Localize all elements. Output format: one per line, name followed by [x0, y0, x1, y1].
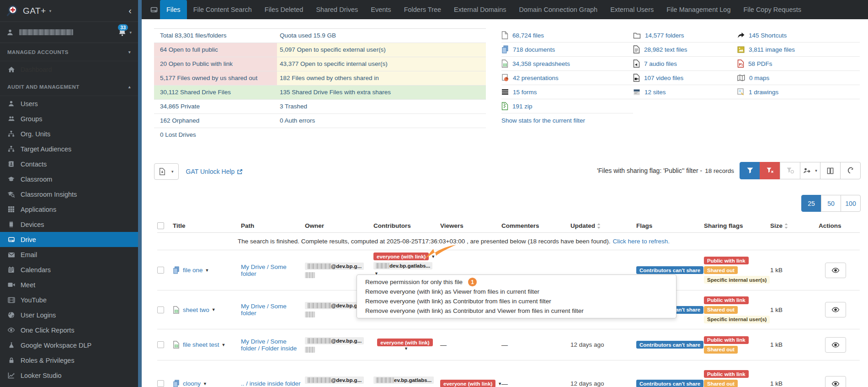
show-stats-link[interactable]: Show stats for the current filter: [501, 117, 585, 124]
page-size-100[interactable]: 100: [841, 195, 861, 212]
sidebar-item-applications[interactable]: Applications: [0, 202, 138, 217]
file-path-link[interactable]: My Drive / Some folder: [241, 263, 301, 277]
notifications[interactable]: 33 ▾: [118, 28, 132, 36]
sort-icon[interactable]: [597, 223, 601, 229]
stat-link[interactable]: 42 presentations: [513, 75, 559, 81]
owner-email-chip[interactable]: @dev.bp.g...: [305, 337, 364, 344]
menu-item-remove-this-file[interactable]: Remove permission for only this file 1: [357, 277, 676, 287]
logo-caret-icon[interactable]: ▾: [49, 9, 52, 13]
stat-link[interactable]: 7 audio files: [644, 60, 677, 67]
tab-shared-drives[interactable]: Shared Drives: [309, 0, 364, 19]
viewer-everyone-badge[interactable]: everyone (with link): [440, 380, 495, 387]
row-checkbox[interactable]: [157, 380, 164, 387]
view-file-button[interactable]: [825, 302, 846, 317]
view-file-button[interactable]: [825, 337, 846, 353]
stat-link[interactable]: 34,358 spreadsheets: [512, 60, 570, 67]
refresh-button[interactable]: [840, 162, 861, 179]
tab-file-content-search[interactable]: File Content Search: [187, 0, 258, 19]
columns-button[interactable]: [820, 162, 841, 179]
title-dropdown-caret[interactable]: ▼: [205, 268, 209, 273]
menu-item-remove-contributor[interactable]: Remove everyone (with link) as Contribut…: [357, 296, 676, 306]
refresh-results-link[interactable]: Click here to refresh.: [612, 238, 670, 245]
tab-events[interactable]: Events: [364, 0, 397, 19]
col-header-contributors[interactable]: Contributors: [373, 222, 440, 229]
view-file-button[interactable]: [825, 376, 846, 387]
col-header-updated[interactable]: Updated: [570, 222, 636, 229]
title-dropdown-caret[interactable]: ▼: [203, 382, 207, 386]
sidebar-item-drive[interactable]: Drive: [0, 232, 138, 247]
stat-link[interactable]: 0 maps: [749, 75, 769, 81]
menu-item-remove-contributor-viewer[interactable]: Remove everyone (with link) as Contribut…: [357, 306, 676, 316]
stat-link[interactable]: 1 drawings: [749, 89, 778, 96]
sidebar-collapse-button[interactable]: ‹: [128, 5, 132, 16]
stat-link[interactable]: 58 PDFs: [748, 60, 772, 67]
filter-refresh-button-disabled[interactable]: [780, 162, 800, 179]
stat-link[interactable]: 12 sites: [644, 89, 666, 96]
col-header-sharing-flags[interactable]: Sharing flags: [704, 222, 770, 229]
tab-files[interactable]: Files: [160, 0, 187, 19]
contributor-everyone-badge[interactable]: everyone (with link): [377, 339, 432, 346]
tab-file-management-log[interactable]: File Management Log: [660, 0, 737, 19]
contributor-email-chip[interactable]: dev.bp.gatlabs...: [373, 262, 432, 269]
file-path-link[interactable]: My Drive / Some folder: [241, 303, 301, 317]
file-path-link[interactable]: .. / inside inside folder: [241, 380, 301, 387]
permission-dropdown-caret[interactable]: ▼: [404, 346, 408, 351]
col-header-title[interactable]: Title: [173, 222, 241, 229]
row-checkbox[interactable]: [157, 306, 164, 313]
sidebar-item-email[interactable]: Email: [0, 247, 138, 262]
stat-link[interactable]: 3,811 image files: [749, 46, 795, 53]
col-header-path[interactable]: Path: [241, 222, 305, 229]
title-dropdown-caret[interactable]: ▼: [212, 307, 216, 312]
owner-email-chip[interactable]: @dev.bp.g...: [305, 376, 364, 384]
contributor-email-chip[interactable]: ev.bp.gatlabs...: [373, 376, 434, 384]
sidebar-item-users[interactable]: Users: [0, 96, 138, 111]
sidebar-item-target-audiences[interactable]: Target Audiences: [0, 141, 138, 156]
tab-files-deleted[interactable]: Files Deleted: [258, 0, 310, 19]
tab-external-users[interactable]: External Users: [604, 0, 660, 19]
col-header-size[interactable]: Size: [770, 222, 819, 229]
col-header-owner[interactable]: Owner: [305, 222, 373, 229]
stat-link[interactable]: 191 zip: [512, 103, 533, 110]
row-checkbox[interactable]: [157, 267, 164, 274]
col-header-commenters[interactable]: Commenters: [501, 222, 570, 229]
sidebar-item-one-click-reports[interactable]: One Click Reports: [0, 322, 138, 338]
clear-filter-button[interactable]: [760, 162, 780, 179]
sidebar-item-classroom-insights[interactable]: Classroom Insights: [0, 187, 138, 202]
menu-item-remove-viewer[interactable]: Remove everyone (with link) as Viewer fr…: [357, 287, 676, 296]
file-title-link[interactable]: cloony: [183, 380, 201, 387]
page-size-25[interactable]: 25: [801, 195, 821, 212]
page-size-50[interactable]: 50: [821, 195, 841, 212]
file-title-link[interactable]: sheet two: [183, 306, 209, 313]
tab-folders-tree[interactable]: Folders Tree: [398, 0, 447, 19]
sidebar-item-user-logins[interactable]: User Logins: [0, 307, 138, 322]
owner-email-chip[interactable]: @dev.bp.g...: [305, 302, 364, 309]
stat-link[interactable]: 28,982 text files: [644, 46, 687, 53]
gat-unlock-help-link[interactable]: GAT Unlock Help: [186, 168, 243, 175]
view-file-button[interactable]: [825, 263, 846, 278]
col-header-viewers[interactable]: Viewers: [440, 222, 501, 229]
scheduled-export-button[interactable]: ▾: [800, 162, 820, 179]
sidebar-item-youtube[interactable]: YouTube: [0, 292, 138, 307]
file-title-link[interactable]: file sheet test: [183, 341, 219, 348]
stat-link[interactable]: 15 forms: [513, 89, 537, 96]
tab-domain-connection-graph[interactable]: Domain Connection Graph: [512, 0, 604, 19]
stat-link[interactable]: 718 documents: [513, 46, 555, 53]
owner-email-chip[interactable]: @dev.bp.g...: [305, 263, 364, 270]
file-path-link[interactable]: My Drive / Some folder / Folder inside: [241, 338, 301, 352]
sidebar-item-calendars[interactable]: Calendars: [0, 262, 138, 277]
stat-link[interactable]: 145 Shortcuts: [749, 32, 787, 39]
sidebar-item-contacts[interactable]: Contacts: [0, 156, 138, 172]
file-title-link[interactable]: file one: [183, 267, 203, 274]
stat-link[interactable]: 107 video files: [644, 75, 683, 81]
tab-external-domains[interactable]: External Domains: [447, 0, 512, 19]
sidebar-item-google-workspace-dlp[interactable]: Google Workspace DLP: [0, 338, 138, 353]
sidebar-item-dashboard[interactable]: Dashboard: [0, 61, 138, 78]
select-all-checkbox[interactable]: [157, 222, 164, 229]
sidebar-item-roles-privileges[interactable]: Roles & Privileges: [0, 353, 138, 368]
export-button[interactable]: ▾: [154, 163, 179, 180]
user-account-row[interactable]: 33 ▾: [0, 22, 138, 43]
row-checkbox[interactable]: [157, 341, 164, 348]
col-header-flags[interactable]: Flags: [636, 222, 704, 229]
contributor-everyone-badge[interactable]: everyone (with link): [373, 253, 429, 260]
tab-file-copy-requests[interactable]: File Copy Requests: [737, 0, 808, 19]
